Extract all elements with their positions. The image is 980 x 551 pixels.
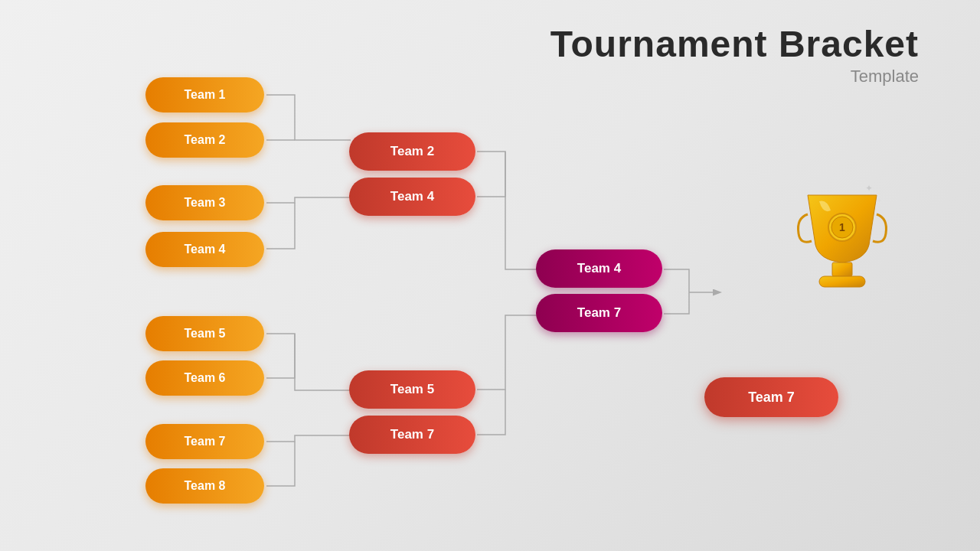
svg-text:1: 1: [839, 221, 845, 233]
r1-team4: Team 4: [145, 232, 264, 267]
svg-text:✦: ✦: [877, 197, 882, 204]
trophy: ✦ ✦ ✦ 1: [789, 168, 896, 306]
title-area: Tournament Bracket Template: [550, 23, 919, 86]
winner-team: Team 7: [704, 377, 838, 417]
svg-rect-4: [832, 262, 852, 276]
r3-team7: Team 7: [536, 294, 662, 332]
svg-text:✦: ✦: [865, 183, 873, 194]
svg-rect-5: [819, 276, 865, 287]
r2-team7: Team 7: [349, 416, 475, 454]
r1-team1: Team 1: [145, 77, 264, 112]
r1-team7: Team 7: [145, 424, 264, 459]
r1-team8: Team 8: [145, 468, 264, 504]
r1-team2: Team 2: [145, 122, 264, 158]
r3-team4: Team 4: [536, 249, 662, 288]
sub-title: Template: [550, 67, 919, 86]
r1-team3: Team 3: [145, 185, 264, 220]
r1-team5: Team 5: [145, 316, 264, 351]
r2-team5: Team 5: [349, 370, 475, 409]
main-title: Tournament Bracket: [550, 23, 919, 65]
r2-team4: Team 4: [349, 178, 475, 216]
r2-team2: Team 2: [349, 132, 475, 171]
r1-team6: Team 6: [145, 360, 264, 396]
